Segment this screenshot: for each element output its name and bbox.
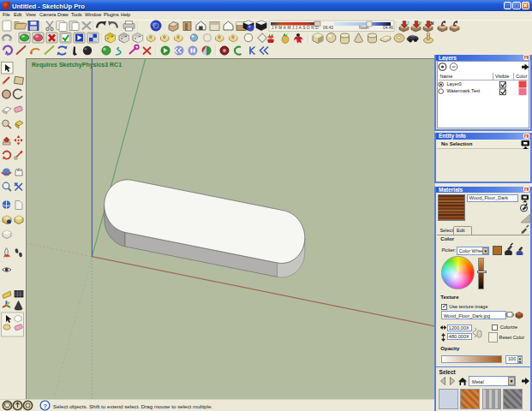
- svg-text:JFMAMJJASOND: JFMAMJJASOND: [272, 26, 320, 30]
- svg-text:Noon: Noon: [359, 26, 369, 30]
- svg-text:?: ?: [43, 402, 47, 410]
- svg-text:04:46: 04:46: [383, 26, 393, 30]
- svg-text:06:43: 06:43: [323, 26, 333, 30]
- svg-text:V: V: [418, 21, 421, 26]
- svg-text:N: N: [430, 21, 433, 26]
- svg-text:J: J: [406, 21, 409, 26]
